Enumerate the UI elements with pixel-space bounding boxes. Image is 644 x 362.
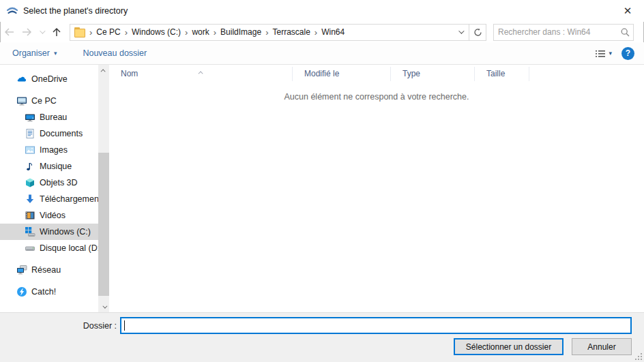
sidebar-item-label: Téléchargements — [40, 194, 98, 204]
sidebar-item-label: Vidéos — [40, 211, 65, 220]
new-folder-button[interactable]: Nouveau dossier — [76, 42, 153, 64]
column-header-type[interactable]: Type — [391, 67, 475, 81]
breadcrumb: › Ce PC › Windows (C:) › work › BuildIma… — [70, 25, 452, 40]
navigation-pane: OneDrive Ce PC Bureau Documents — [0, 65, 109, 312]
title-bar: Select the planet's directory ✕ — [0, 0, 644, 22]
chevron-down-icon: ▾ — [609, 50, 612, 57]
column-label: Modifié le — [304, 69, 339, 78]
change-view-button[interactable]: ▾ — [596, 49, 612, 58]
search-icon[interactable] — [617, 28, 633, 37]
search-input[interactable] — [494, 27, 617, 37]
scrollbar-thumb[interactable] — [98, 153, 109, 296]
select-folder-button[interactable]: Sélectionner un dossier — [454, 338, 564, 355]
film-icon — [25, 210, 35, 221]
sidebar-item-documents[interactable]: Documents — [0, 125, 98, 142]
crumb-buildimage[interactable]: BuildImage — [217, 27, 265, 37]
organize-label: Organiser — [12, 48, 50, 58]
toolbar-right-group: ▾ ? — [596, 47, 644, 60]
address-dropdown-chevron[interactable] — [452, 25, 469, 40]
command-toolbar: Organiser ▾ Nouveau dossier ▾ ? — [0, 42, 644, 65]
crumb-ce-pc[interactable]: Ce PC — [93, 27, 123, 37]
forward-button[interactable] — [18, 24, 35, 40]
file-dialog-window: Select the planet's directory ✕ › Ce PC … — [0, 0, 644, 362]
recent-locations-chevron[interactable] — [35, 24, 48, 40]
column-header-modifie-le[interactable]: Modifié le — [293, 67, 391, 81]
sidebar-item-label: Ce PC — [31, 96, 57, 106]
sidebar-item-bureau[interactable]: Bureau — [0, 109, 98, 125]
sidebar-item-label: Objets 3D — [40, 178, 78, 187]
scroll-down-button[interactable] — [98, 301, 109, 312]
sidebar-scrollbar[interactable] — [98, 65, 109, 312]
sidebar-item-windows-c[interactable]: Windows (C:) — [0, 224, 98, 240]
help-button[interactable]: ? — [621, 47, 634, 60]
desktop-icon — [25, 112, 35, 123]
sidebar-item-videos[interactable]: Vidéos — [0, 207, 98, 224]
sidebar-spacer — [0, 278, 109, 284]
crumb-windows-c[interactable]: Windows (C:) — [128, 27, 184, 37]
sidebar-spacer — [0, 256, 109, 262]
sidebar-item-images[interactable]: Images — [0, 142, 98, 158]
sidebar-item-reseau[interactable]: Réseau — [0, 262, 98, 278]
document-icon — [25, 128, 35, 139]
dialog-body: OneDrive Ce PC Bureau Documents — [0, 65, 644, 312]
sidebar-item-ce-pc[interactable]: Ce PC — [0, 93, 98, 109]
windows-drive-icon — [25, 226, 35, 237]
sidebar-item-musique[interactable]: Musique — [0, 158, 98, 175]
sidebar-item-objets-3d[interactable]: Objets 3D — [0, 175, 98, 191]
close-button[interactable]: ✕ — [618, 1, 637, 20]
cube-3d-icon — [25, 177, 35, 188]
refresh-button[interactable] — [469, 24, 486, 41]
column-label: Nom — [121, 69, 138, 78]
sidebar-item-disque-local-d[interactable]: Disque local (D:) — [0, 240, 98, 256]
sidebar-spacer — [0, 87, 109, 93]
window-title: Select the planet's directory — [23, 6, 128, 16]
sort-ascending-icon — [200, 65, 203, 79]
column-label: Taille — [486, 69, 505, 78]
organize-button[interactable]: Organiser ▾ — [0, 42, 63, 64]
address-bar[interactable]: › Ce PC › Windows (C:) › work › BuildIma… — [70, 24, 469, 41]
sidebar-item-label: Musique — [40, 162, 72, 171]
folder-name-field-wrap — [120, 317, 632, 334]
navigation-row: › Ce PC › Windows (C:) › work › BuildIma… — [0, 22, 644, 42]
empty-folder-message: Aucun élément ne correspond à votre rech… — [109, 92, 644, 102]
onedrive-cloud-icon — [16, 74, 27, 85]
sidebar-item-telechargements[interactable]: Téléchargements — [0, 191, 98, 207]
column-header-taille[interactable]: Taille — [475, 67, 529, 81]
resize-grip[interactable] — [634, 352, 642, 360]
sidebar-item-label: OneDrive — [31, 74, 68, 84]
sidebar-item-label: Documents — [40, 129, 83, 138]
sidebar-item-label: Bureau — [40, 112, 67, 122]
up-button[interactable] — [48, 24, 65, 40]
folder-name-label: Dossier : — [0, 321, 120, 331]
crumb-work[interactable]: work — [188, 27, 212, 37]
sidebar-item-label: Disque local (D:) — [40, 243, 98, 253]
sidebar-item-label: Catch! — [31, 287, 56, 297]
folder-icon — [74, 27, 86, 37]
crumb-terrascale[interactable]: Terrascale — [269, 27, 313, 37]
chevron-down-icon: ▾ — [54, 50, 57, 57]
crumb-win64[interactable]: Win64 — [318, 27, 348, 37]
list-view-icon — [596, 49, 605, 58]
new-folder-label: Nouveau dossier — [83, 48, 147, 58]
file-list-pane: Nom Modifié le Type Taille Aucun élément… — [109, 65, 644, 312]
folder-name-row: Dossier : — [0, 317, 632, 334]
back-button[interactable] — [0, 24, 18, 40]
button-row: Sélectionner un dossier Annuler — [454, 338, 632, 355]
catch-bolt-icon — [16, 286, 27, 297]
computer-icon — [16, 95, 27, 106]
folder-name-input[interactable] — [125, 318, 630, 333]
column-label: Type — [402, 69, 420, 78]
cancel-button[interactable]: Annuler — [572, 338, 632, 355]
column-header-row: Nom Modifié le Type Taille — [109, 65, 644, 83]
sidebar-item-label: Réseau — [31, 265, 61, 275]
app-logo-icon — [5, 4, 19, 18]
search-box — [493, 24, 634, 41]
download-arrow-icon — [25, 194, 35, 205]
column-header-nom[interactable]: Nom — [109, 67, 293, 81]
sidebar-item-onedrive[interactable]: OneDrive — [0, 71, 98, 87]
dialog-footer: Dossier : Sélectionner un dossier Annule… — [0, 312, 644, 362]
scroll-up-button[interactable] — [98, 65, 109, 76]
sidebar-item-catch[interactable]: Catch! — [0, 284, 98, 300]
picture-icon — [25, 145, 35, 155]
sidebar-item-label: Images — [40, 145, 68, 155]
